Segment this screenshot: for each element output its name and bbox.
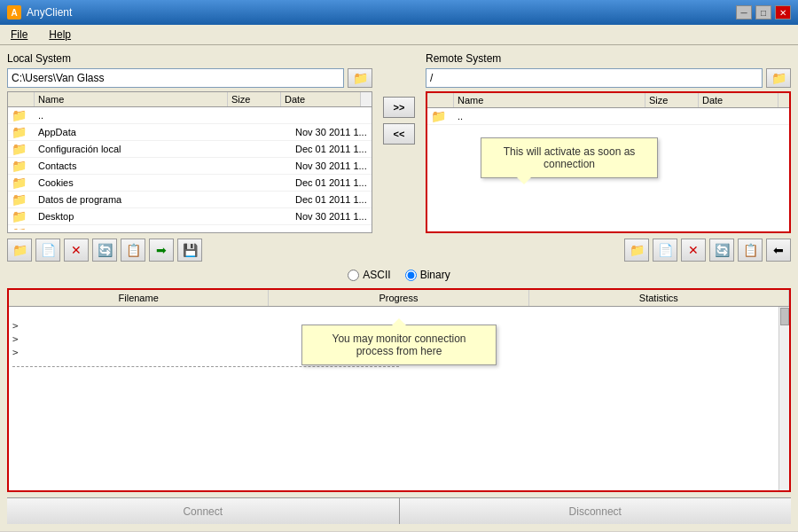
ascii-radio[interactable] xyxy=(348,270,359,281)
file-name: Desktop xyxy=(35,210,239,223)
table-row[interactable]: 📁 AppData Nov 30 2011 1... xyxy=(8,124,372,141)
local-copy-button[interactable]: 📋 xyxy=(121,239,145,262)
file-date: Dec 01 2011 1... xyxy=(292,143,372,155)
close-button[interactable]: ✕ xyxy=(775,5,791,20)
remote-new-file-button[interactable]: 📄 xyxy=(653,239,677,262)
scroll-thumb[interactable] xyxy=(780,308,789,325)
table-row[interactable]: 📁 Documents Dec 02 2011 0... xyxy=(8,225,372,230)
local-file-table: Name Size Date 📁 .. 📁 AppData xyxy=(7,91,372,233)
transfer-col-filename: Filename xyxy=(9,290,269,306)
maximize-button[interactable]: □ xyxy=(755,5,771,20)
table-row[interactable]: 📁 .. xyxy=(427,108,789,125)
local-table-header: Name Size Date xyxy=(8,92,372,107)
local-col-name: Name xyxy=(35,92,228,106)
table-row[interactable]: 📁 Cookies Dec 01 2011 1... xyxy=(8,175,372,192)
remote-file-list: 📁 .. xyxy=(427,108,789,125)
file-date: Nov 30 2011 1... xyxy=(292,126,372,138)
app-title: AnyClient xyxy=(27,6,72,19)
transfer-body: You may monitor connection process from … xyxy=(9,307,789,490)
table-row[interactable]: 📁 Desktop Nov 30 2011 1... xyxy=(8,208,372,225)
file-size xyxy=(656,115,709,117)
main-content: Local System 📁 Name Size Date 📁 .. xyxy=(0,45,798,531)
file-date: Dec 02 2011 0... xyxy=(292,227,372,230)
remote-table-header: Name Size Date xyxy=(427,93,789,108)
bottom-buttons: Connect Disconnect xyxy=(7,497,791,524)
file-icon: 📁 xyxy=(8,192,35,207)
remote-system-label: Remote System xyxy=(426,52,791,65)
local-move-button[interactable]: ➡ xyxy=(149,239,174,262)
binary-option[interactable]: Binary xyxy=(405,269,450,281)
transfer-col-progress: Progress xyxy=(269,290,528,306)
remote-delete-button[interactable]: ✕ xyxy=(681,239,706,262)
local-col-size: Size xyxy=(228,92,281,106)
connect-button[interactable]: Connect xyxy=(7,498,400,524)
file-name: Documents xyxy=(35,227,239,230)
remote-file-table: Name Size Date 📁 .. This will activate a… xyxy=(426,91,791,233)
remote-back-button[interactable]: ⬅ xyxy=(766,239,791,262)
remote-col-size: Size xyxy=(645,93,699,107)
transfer-panel-header: Filename Progress Statistics xyxy=(9,290,789,307)
app-icon: A xyxy=(7,5,21,20)
binary-radio[interactable] xyxy=(405,270,417,281)
remote-open-folder-button[interactable]: 📁 xyxy=(624,239,649,262)
table-row[interactable]: 📁 .. xyxy=(8,107,372,124)
toolbars-row: 📁 📄 ✕ 🔄 📋 ➡ 💾 📁 📄 ✕ 🔄 📋 ⬅ xyxy=(7,239,791,262)
minimize-button[interactable]: ─ xyxy=(736,5,752,20)
file-icon: 📁 xyxy=(8,141,35,157)
vertical-scrollbar[interactable] xyxy=(778,307,789,490)
local-open-folder-button[interactable]: 📁 xyxy=(7,239,32,262)
remote-path-input[interactable] xyxy=(426,68,763,88)
remote-refresh-button[interactable]: 🔄 xyxy=(709,239,734,262)
transfer-buttons: >> << xyxy=(379,97,419,145)
menu-file[interactable]: File xyxy=(7,27,31,43)
local-toolbar: 📁 📄 ✕ 🔄 📋 ➡ 💾 xyxy=(7,239,202,262)
table-row[interactable]: 📁 Datos de programa Dec 01 2011 1... xyxy=(8,192,372,208)
file-size xyxy=(239,114,292,116)
remote-col-name: Name xyxy=(454,93,645,107)
local-save-button[interactable]: 💾 xyxy=(177,239,202,262)
remote-copy-button[interactable]: 📋 xyxy=(738,239,763,262)
transfer-to-remote-button[interactable]: >> xyxy=(383,97,415,118)
local-col-icon xyxy=(8,92,35,106)
file-size xyxy=(239,148,292,150)
file-name: Contacts xyxy=(35,160,239,172)
local-new-file-button[interactable]: 📄 xyxy=(35,239,60,262)
file-size xyxy=(239,199,292,200)
file-name: .. xyxy=(35,109,239,121)
table-row[interactable]: 📁 Configuración local Dec 01 2011 1... xyxy=(8,141,372,158)
menu-help[interactable]: Help xyxy=(45,27,74,43)
local-path-row: 📁 xyxy=(7,68,372,88)
local-path-input[interactable] xyxy=(7,68,344,88)
ascii-option[interactable]: ASCII xyxy=(348,269,390,281)
remote-browse-button[interactable]: 📁 xyxy=(766,68,791,88)
file-icon: 📁 xyxy=(8,208,35,224)
remote-panel: Remote System 📁 Name Size Date 📁 .. xyxy=(426,52,791,233)
local-refresh-button[interactable]: 🔄 xyxy=(92,239,117,262)
file-icon: 📁 xyxy=(8,107,35,123)
file-date: Dec 01 2011 1... xyxy=(292,176,372,189)
file-size xyxy=(239,182,292,184)
local-delete-button[interactable]: ✕ xyxy=(64,239,89,262)
file-name: Cookies xyxy=(35,176,239,189)
title-bar: A AnyClient ─ □ ✕ xyxy=(0,0,798,25)
file-name: .. xyxy=(454,110,656,122)
disconnect-button[interactable]: Disconnect xyxy=(400,498,792,524)
local-browse-button[interactable]: 📁 xyxy=(348,68,372,88)
window-controls: ─ □ ✕ xyxy=(736,5,791,20)
local-file-list: 📁 .. 📁 AppData Nov 30 2011 1... 📁 Config… xyxy=(8,107,372,230)
local-panel: Local System 📁 Name Size Date 📁 .. xyxy=(7,52,372,233)
panels-row: Local System 📁 Name Size Date 📁 .. xyxy=(7,52,791,233)
local-col-date: Date xyxy=(281,92,361,106)
file-icon: 📁 xyxy=(8,124,35,140)
table-row[interactable]: 📁 Contacts Nov 30 2011 1... xyxy=(8,158,372,175)
file-icon: 📁 xyxy=(8,175,35,191)
file-icon: 📁 xyxy=(8,225,35,230)
file-date xyxy=(709,115,789,117)
remote-col-icon xyxy=(427,93,454,107)
transfer-to-local-button[interactable]: << xyxy=(383,123,415,145)
dashed-separator xyxy=(12,366,399,367)
file-icon: 📁 xyxy=(427,108,454,124)
file-date: Nov 30 2011 1... xyxy=(292,160,372,172)
file-size xyxy=(239,215,292,217)
transfer-mode-row: ASCII Binary xyxy=(7,267,791,283)
